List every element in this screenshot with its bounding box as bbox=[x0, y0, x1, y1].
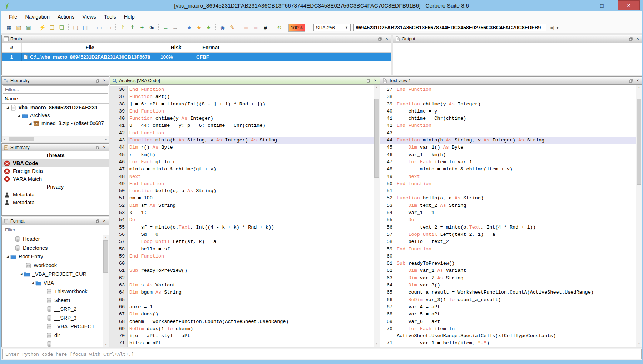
scroll-left-icon[interactable]: ◂ bbox=[2, 136, 7, 142]
code-line[interactable]: 49 Next bbox=[380, 173, 636, 180]
summary-item-metadata[interactable]: Metadata bbox=[2, 191, 109, 199]
tree-item-dir[interactable]: dir bbox=[2, 331, 109, 340]
code-line[interactable]: 69 var_6 = aPt bbox=[380, 318, 636, 325]
tree-item-header[interactable]: Header bbox=[2, 235, 109, 244]
menu-views[interactable]: Views bbox=[78, 13, 100, 21]
tree-item-root-entry[interactable]: ◢Root Entry bbox=[2, 252, 109, 261]
code-line[interactable]: 48Next bbox=[110, 173, 374, 180]
code-line[interactable]: 65 bbox=[110, 296, 374, 304]
code-line[interactable]: 62 bbox=[110, 275, 374, 282]
code-line[interactable]: 71hitss = aPt bbox=[110, 340, 374, 347]
format-filter-input[interactable] bbox=[3, 226, 108, 234]
zoom-level-badge[interactable]: 100% bbox=[288, 24, 305, 32]
expand-arrow-icon[interactable]: ◢ bbox=[28, 121, 33, 125]
code-line[interactable]: 40Function chtime(y As Integer) bbox=[110, 115, 374, 122]
expand-arrow-icon[interactable]: ◢ bbox=[16, 114, 22, 117]
output-content[interactable] bbox=[393, 43, 642, 75]
summary-item-foreign-data[interactable]: Foreign Data bbox=[2, 167, 109, 175]
scroll-up-icon[interactable]: ▴ bbox=[374, 85, 380, 90]
menu-file[interactable]: File bbox=[5, 13, 21, 21]
float-panel-icon[interactable] bbox=[628, 36, 633, 41]
new-file-icon[interactable]: ❏ bbox=[48, 23, 56, 32]
code-line[interactable]: 39End Function bbox=[110, 108, 374, 115]
hierarchy-hscrollbar[interactable]: ◂ ▸ bbox=[2, 136, 109, 142]
float-panel-icon[interactable] bbox=[628, 78, 633, 83]
scrollbar-thumb[interactable] bbox=[9, 137, 34, 141]
edit-icon[interactable]: ✎ bbox=[228, 23, 237, 32]
code-line[interactable]: 71 var_1 = bello(item, "-") bbox=[380, 340, 636, 347]
code-line[interactable]: 64 Dim var_3() bbox=[380, 282, 636, 289]
code-line[interactable]: 61Sub readyToPreview() bbox=[110, 267, 374, 274]
expand-arrow-icon[interactable]: ◢ bbox=[30, 281, 35, 285]
code-line[interactable]: 40 chtime = y bbox=[380, 108, 636, 115]
close-panel-icon[interactable]: ✕ bbox=[102, 145, 107, 150]
table-row[interactable]: 1C:\...\vba_macro_86945231D2FAB231A36CB1… bbox=[2, 53, 391, 61]
code-line[interactable]: 63 Dim var_2 As String bbox=[380, 275, 636, 282]
close-panel-icon[interactable]: ✕ bbox=[102, 219, 107, 224]
code-line[interactable]: 53 Dim text_2 As String bbox=[380, 202, 636, 209]
code-line[interactable]: 67Dim duos() bbox=[110, 311, 374, 318]
scrollbar-thumb[interactable] bbox=[103, 240, 108, 273]
code-line[interactable]: 38 bbox=[380, 93, 636, 100]
bookmark-icon[interactable]: ★ bbox=[194, 23, 203, 32]
maximize-button[interactable]: □ bbox=[594, 0, 610, 10]
code-line[interactable]: 69ReDim duos(1 To chenm) bbox=[110, 325, 374, 333]
code-line[interactable]: 70 For Each item In bbox=[380, 325, 636, 333]
scroll-up-icon[interactable]: ▴ bbox=[636, 85, 642, 90]
code-line[interactable]: 59End Function bbox=[110, 253, 374, 260]
hierarchy-filter-input[interactable] bbox=[3, 85, 108, 94]
refresh-icon[interactable]: ↻ bbox=[275, 23, 284, 32]
code-line[interactable]: 51nm = 100 bbox=[110, 195, 374, 202]
column-header-file[interactable]: File bbox=[22, 43, 158, 52]
tree-item--srp-2[interactable]: __SRP_2 bbox=[2, 305, 109, 314]
paste-icon[interactable]: ▧ bbox=[14, 23, 23, 32]
scrollbar-thumb[interactable] bbox=[374, 99, 379, 178]
code-line[interactable]: 59End Function bbox=[380, 246, 636, 253]
bookmark-add-icon[interactable]: ★ bbox=[204, 23, 213, 32]
rescan-file-icon[interactable]: ↥ bbox=[128, 23, 137, 32]
code-line[interactable]: 41 chtime = Chr(chtime) bbox=[380, 115, 636, 122]
summary-item-yara-match[interactable]: YARA Match bbox=[2, 175, 109, 183]
forward-icon[interactable]: → bbox=[171, 23, 180, 32]
code-line[interactable]: 46 var_1 = km(h) bbox=[380, 151, 636, 159]
scroll-down-icon[interactable]: ▾ bbox=[636, 341, 642, 347]
scroll-right-icon[interactable]: ▸ bbox=[103, 136, 109, 142]
code-line[interactable]: 50Function bello(o, a As String) bbox=[110, 188, 374, 195]
code-line[interactable]: 56 text_2 = minto(o.Text, Int(4 * Rnd + … bbox=[380, 224, 636, 231]
code-line[interactable]: 52Function bello(o, a As String) bbox=[380, 195, 636, 202]
code-line[interactable]: 39Function chtime(y As Integer) bbox=[380, 101, 636, 108]
bookmark-web-icon[interactable]: ★ bbox=[185, 23, 194, 32]
textview-code-editor[interactable]: 37End Function3839Function chtime(y As I… bbox=[380, 85, 642, 347]
tree-item-mined-3-zip-offset-0x687[interactable]: ◢mined_3.zip - (offset:0x687 bbox=[2, 119, 109, 127]
code-line[interactable]: 45r = km(h) bbox=[110, 151, 374, 159]
column-header-num[interactable]: # bbox=[2, 43, 22, 52]
paste-special-icon[interactable]: ▨ bbox=[24, 23, 33, 32]
textview-vscrollbar[interactable]: ▴ ▾ bbox=[636, 85, 642, 347]
tree-item-partial[interactable] bbox=[2, 340, 109, 347]
scroll-down-icon[interactable]: ▾ bbox=[374, 341, 380, 347]
code-line[interactable]: 44Dim r() As Byte bbox=[110, 144, 374, 151]
code-line[interactable]: 50End Function bbox=[380, 180, 636, 188]
scroll-up-icon[interactable]: ▴ bbox=[103, 235, 109, 240]
select-region-alt-icon[interactable]: ▭ bbox=[104, 23, 113, 32]
close-panel-icon[interactable]: ✕ bbox=[102, 78, 107, 83]
save-session-icon[interactable]: ◫ bbox=[81, 23, 90, 32]
code-line[interactable]: 46For Each gt In r bbox=[110, 159, 374, 166]
format-vscrollbar[interactable]: ▴ ▾ bbox=[103, 235, 109, 347]
title-bar[interactable]: [vba_macro_86945231D2FAB231A36CB13F66787… bbox=[0, 0, 643, 11]
load-file-icon[interactable]: ↥ bbox=[118, 23, 127, 32]
code-line[interactable]: 64Dim bgum As String bbox=[110, 289, 374, 296]
code-line[interactable]: 58 bello = text_2 bbox=[380, 238, 636, 245]
layout-red-icon[interactable]: ≣ bbox=[251, 23, 260, 32]
add-file-icon[interactable]: + bbox=[138, 23, 147, 32]
close-panel-icon[interactable]: ✕ bbox=[635, 36, 640, 41]
code-line[interactable]: ActiveSheet.UsedRange.SpecialCells(xlCel… bbox=[380, 333, 636, 340]
tree-item--vba-project[interactable]: _VBA_PROJECT bbox=[2, 322, 109, 331]
code-line[interactable]: 57 Loop Until Left(sf, k) = a bbox=[110, 238, 374, 245]
code-line[interactable]: 58 bello = sf bbox=[110, 246, 374, 253]
code-line[interactable]: 37Function aPt() bbox=[110, 93, 374, 100]
code-line[interactable]: 60 bbox=[380, 253, 636, 260]
code-line[interactable]: 52Dim sf As String bbox=[110, 202, 374, 209]
code-line[interactable]: 53k = 1: bbox=[110, 209, 374, 216]
summary-item-vba-code[interactable]: VBA Code bbox=[2, 159, 109, 167]
